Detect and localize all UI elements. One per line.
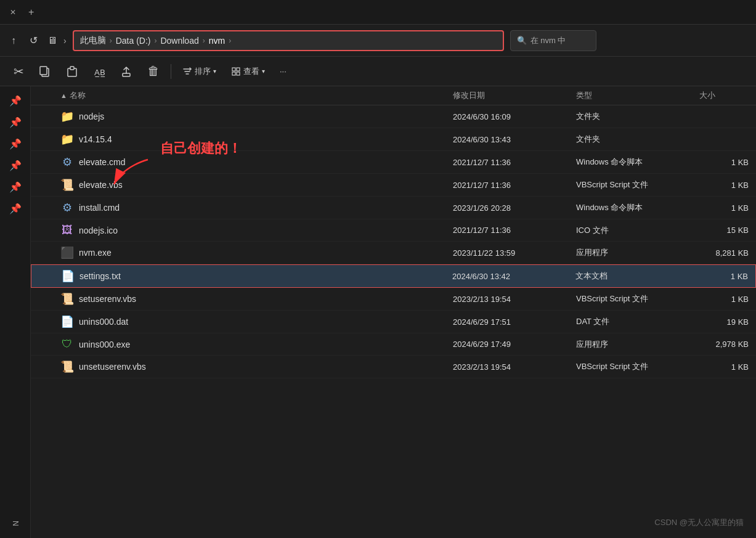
- row-size: 8,281 KB: [694, 248, 756, 258]
- header-modified[interactable]: 修改日期: [448, 90, 571, 101]
- pin-btn-5[interactable]: 📌: [6, 177, 25, 197]
- paste-icon: [66, 65, 78, 78]
- toolbar: ✂ A̲B̲ 🗑 排序 ▾: [0, 57, 756, 86]
- header-size[interactable]: 大小: [694, 90, 756, 101]
- table-row[interactable]: 📜 setuserenv.vbs 2023/2/13 19:54 VBScrip…: [31, 288, 756, 311]
- row-name: 📜 unsetuserenv.vbs: [55, 360, 448, 373]
- row-size: 19 KB: [694, 317, 756, 327]
- more-button[interactable]: ···: [274, 63, 293, 79]
- svg-rect-6: [232, 68, 235, 71]
- sort-button[interactable]: 排序 ▾: [176, 62, 222, 81]
- file-icon: 📁: [60, 110, 74, 123]
- table-row[interactable]: 📄 settings.txt 2024/6/30 13:42 文本文档 1 KB: [31, 264, 756, 288]
- sort-label: 排序: [195, 66, 211, 77]
- breadcrumb-sep-0: ›: [63, 36, 67, 46]
- row-type: Windows 命令脚本: [571, 157, 694, 168]
- row-name: 📁 nodejs: [55, 110, 448, 123]
- table-row[interactable]: 🛡 unins000.exe 2024/6/29 17:49 应用程序 2,97…: [31, 333, 756, 356]
- tab-add[interactable]: +: [23, 4, 39, 20]
- view-chevron-icon: ▾: [262, 68, 265, 75]
- search-box[interactable]: 🔍 在 nvm 中: [510, 30, 596, 51]
- delete-button[interactable]: 🗑: [141, 60, 166, 82]
- sep-4: ›: [229, 36, 231, 45]
- breadcrumb-drive-label: Data (D:): [116, 36, 151, 46]
- svg-rect-8: [232, 72, 235, 75]
- cut-button[interactable]: ✂: [7, 60, 30, 83]
- table-row[interactable]: 📄 unins000.dat 2024/6/29 17:51 DAT 文件 19…: [31, 311, 756, 333]
- col-name-sort-up: ▲: [60, 92, 67, 99]
- svg-text:A̲B̲: A̲B̲: [94, 68, 105, 77]
- file-icon: ⚙: [60, 155, 74, 169]
- row-modified: 2024/6/30 13:43: [448, 135, 571, 144]
- row-name: 📄 settings.txt: [56, 269, 447, 283]
- row-name: 📜 elevate.vbs: [55, 178, 448, 192]
- row-name: 📁 v14.15.4: [55, 132, 448, 146]
- rename-button[interactable]: A̲B̲: [87, 62, 112, 81]
- header-type[interactable]: 类型: [571, 90, 694, 101]
- row-size: 1 KB: [694, 203, 756, 213]
- file-icon: 🖼: [60, 224, 74, 237]
- row-size: 1 KB: [694, 295, 756, 304]
- copy-icon: [39, 65, 51, 78]
- row-type: Windows 命令脚本: [571, 202, 694, 213]
- pin-btn-6[interactable]: 📌: [6, 199, 25, 218]
- view-icon: [231, 67, 241, 76]
- search-placeholder: 在 nvm 中: [530, 35, 566, 46]
- table-row[interactable]: 📜 elevate.vbs 2021/12/7 11:36 VBScript S…: [31, 174, 756, 197]
- row-type: VBScript Script 文件: [571, 293, 694, 304]
- file-name: unins000.exe: [79, 340, 130, 349]
- row-modified: 2023/1/26 20:28: [448, 203, 571, 213]
- file-icon: 📜: [60, 360, 74, 373]
- table-row[interactable]: 📁 nodejs 2024/6/30 16:09 文件夹: [31, 105, 756, 128]
- sep-3: ›: [203, 36, 205, 45]
- table-row[interactable]: 🖼 nodejs.ico 2021/12/7 11:36 ICO 文件 15 K…: [31, 219, 756, 242]
- file-name: unins000.dat: [79, 317, 128, 327]
- file-icon: 📄: [60, 315, 74, 328]
- file-list: 📁 nodejs 2024/6/30 16:09 文件夹 📁 v14.15.4 …: [31, 105, 756, 378]
- pin-btn-3[interactable]: 📌: [6, 134, 25, 153]
- row-type: 应用程序: [571, 339, 694, 350]
- col-name-label: 名称: [70, 90, 86, 101]
- row-type: VBScript Script 文件: [571, 179, 694, 190]
- nav-refresh-button[interactable]: ↺: [26, 32, 41, 49]
- file-area: ▲ 名称 修改日期 类型 大小: [31, 86, 756, 538]
- row-size: 1 KB: [694, 158, 756, 167]
- row-name: ⚙ elevate.cmd: [55, 155, 448, 169]
- row-modified: 2024/6/30 13:42: [447, 272, 571, 281]
- pin-btn-1[interactable]: 📌: [6, 91, 25, 110]
- nav-up-button[interactable]: ↑: [7, 33, 20, 49]
- table-row[interactable]: 📜 unsetuserenv.vbs 2023/2/13 19:54 VBScr…: [31, 356, 756, 378]
- table-row[interactable]: ⬛ nvm.exe 2023/11/22 13:59 应用程序 8,281 KB: [31, 242, 756, 264]
- row-modified: 2021/12/7 11:36: [448, 158, 571, 167]
- address-bar-row: ↑ ↺ 🖥 › 此电脑 › Data (D:) › Download › nvm…: [0, 25, 756, 57]
- table-row[interactable]: ⚙ install.cmd 2023/1/26 20:28 Windows 命令…: [31, 197, 756, 219]
- breadcrumb-drive: Data (D:): [116, 36, 151, 46]
- row-modified: 2024/6/29 17:49: [448, 340, 571, 349]
- row-type: DAT 文件: [571, 316, 694, 327]
- tab-close[interactable]: ✕: [5, 6, 21, 19]
- row-modified: 2021/12/7 11:36: [448, 226, 571, 235]
- view-button[interactable]: 查看 ▾: [225, 62, 271, 81]
- paste-button[interactable]: [60, 62, 84, 81]
- row-type: ICO 文件: [571, 225, 694, 236]
- file-name: unsetuserenv.vbs: [79, 362, 146, 372]
- row-modified: 2021/12/7 11:36: [448, 181, 571, 190]
- pin-btn-2[interactable]: 📌: [6, 113, 25, 132]
- sidebar-label-n: N: [11, 516, 20, 533]
- share-button[interactable]: [114, 62, 139, 81]
- sep-2: ›: [154, 36, 156, 45]
- more-icon: ···: [280, 67, 287, 76]
- header-name[interactable]: ▲ 名称: [55, 90, 448, 101]
- pin-btn-4[interactable]: 📌: [6, 156, 25, 175]
- breadcrumb-this-pc: 此电脑: [80, 35, 106, 46]
- copy-button[interactable]: [33, 62, 57, 81]
- table-row[interactable]: ⚙ elevate.cmd 2021/12/7 11:36 Windows 命令…: [31, 151, 756, 174]
- row-modified: 2024/6/29 17:51: [448, 317, 571, 327]
- row-name: 📄 unins000.dat: [55, 315, 448, 328]
- address-breadcrumb[interactable]: 此电脑 › Data (D:) › Download › nvm ›: [73, 30, 504, 51]
- file-icon: 📜: [60, 292, 74, 306]
- col-size-label: 大小: [699, 91, 715, 100]
- sep-1: ›: [110, 36, 112, 45]
- file-name: nodejs.ico: [79, 226, 118, 235]
- table-row[interactable]: 📁 v14.15.4 2024/6/30 13:43 文件夹: [31, 128, 756, 151]
